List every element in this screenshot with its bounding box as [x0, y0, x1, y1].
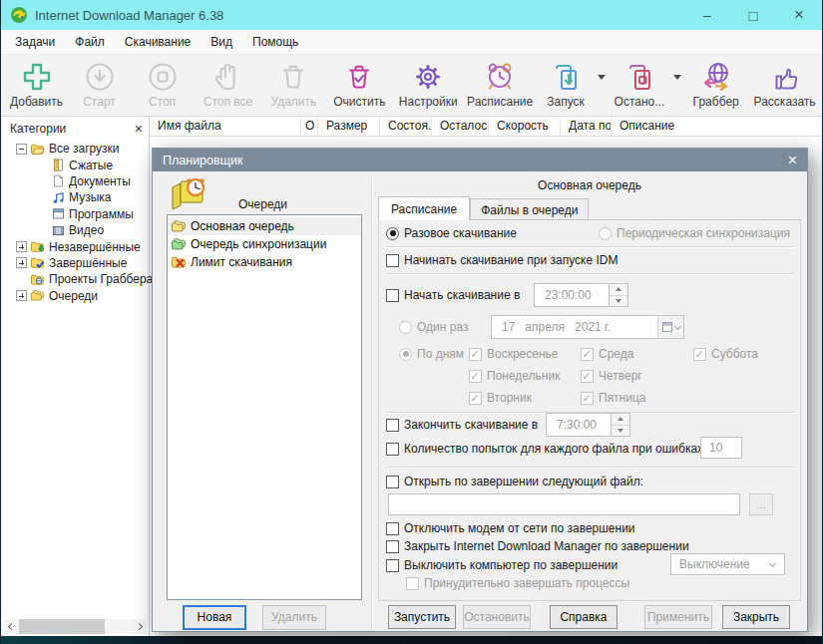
- new-queue-button[interactable]: Новая: [183, 605, 246, 630]
- tab-schedule[interactable]: Расписание: [378, 196, 470, 220]
- queues-listbox[interactable]: Основная очередь Очередь синхронизации Л…: [167, 214, 362, 600]
- column-date-added[interactable]: Дата по...: [561, 117, 612, 136]
- sidebar-horizontal-scrollbar[interactable]: [4, 619, 147, 634]
- sidebar-item-grabber-projects[interactable]: Проекты Граббера: [2, 271, 149, 287]
- radio-disabled: [399, 321, 412, 334]
- checkbox-checked-disabled: [693, 348, 706, 361]
- sidebar-item-compressed[interactable]: Сжатые: [2, 157, 149, 172]
- sidebar-item-music[interactable]: Музыка: [2, 189, 149, 205]
- tell-friends-icon: [766, 59, 804, 95]
- toolbar-options-button[interactable]: Настройки: [394, 59, 463, 109]
- column-status[interactable]: Состоя...: [380, 117, 432, 136]
- sidebar-item-unfinished[interactable]: Незавершённые: [2, 238, 149, 254]
- sidebar-item-documents[interactable]: Документы: [2, 173, 149, 189]
- retries-checkbox[interactable]: Количество попыток для каждого файла при…: [386, 442, 706, 456]
- close-button[interactable]: ×: [776, 0, 822, 30]
- toolbar-stop-queue-button[interactable]: Остано...: [608, 59, 670, 109]
- separator: [386, 273, 794, 275]
- sidebar-item-queues[interactable]: Очереди: [2, 288, 149, 304]
- expand-icon[interactable]: [16, 241, 27, 252]
- exit-idm-checkbox[interactable]: Закрыть Internet Download Manager по зав…: [386, 539, 689, 553]
- idm-logo-icon: [10, 6, 28, 24]
- day-monday-checkbox: Понедельник: [469, 369, 560, 383]
- sidebar-item-finished[interactable]: Завершённые: [2, 255, 149, 271]
- expand-icon[interactable]: [16, 257, 27, 268]
- column-time-left[interactable]: Осталось ...: [432, 117, 489, 136]
- hang-up-modem-checkbox[interactable]: Отключить модем от сети по завершении: [386, 521, 635, 535]
- toolbar-scheduler-button[interactable]: Расписание: [463, 59, 538, 109]
- toolbar-clear-button[interactable]: Очистить: [325, 59, 394, 109]
- delete-icon: [274, 59, 312, 95]
- start-queue-dropdown-icon[interactable]: [595, 59, 609, 95]
- chevron-down-icon: [769, 559, 776, 566]
- checkbox: [386, 254, 399, 267]
- browse-button: ...: [749, 493, 773, 515]
- checkbox-checked-disabled: [581, 370, 594, 383]
- minimize-button[interactable]: –: [684, 0, 730, 30]
- radio-selected: [386, 227, 399, 240]
- tab-files-in-queue[interactable]: Файлы в очереди: [470, 198, 589, 220]
- toolbar-stop-all-button: Стоп все: [194, 59, 262, 109]
- scrollbar-thumb[interactable]: [19, 619, 105, 634]
- turn-off-pc-checkbox[interactable]: Выключить компьютер по завершении: [386, 558, 617, 572]
- start-queue-button[interactable]: Запустить: [388, 605, 456, 629]
- column-file-name[interactable]: Имя файла: [150, 117, 301, 136]
- start-time-spinner: 23:00:00: [534, 283, 628, 307]
- menu-file[interactable]: Файл: [65, 30, 115, 54]
- menu-help[interactable]: Помощь: [242, 30, 308, 54]
- stop-all-icon: [208, 59, 246, 95]
- open-file-field: [388, 493, 740, 515]
- queues-clock-icon: [169, 175, 212, 213]
- site-grabber-icon: [697, 59, 735, 95]
- start-time-field: 23:00:00: [534, 283, 609, 307]
- queue-item-limit[interactable]: Лимит скачивания: [168, 253, 361, 271]
- open-file-checkbox[interactable]: Открыть по завершении следующий файл:: [386, 475, 643, 488]
- radio-disabled: [599, 227, 612, 240]
- toolbar: Добавить Старт Стоп Стоп все: [1, 55, 822, 117]
- toolbar-tell-friends-button[interactable]: Рассказать: [747, 59, 822, 109]
- radio-disabled-selected: [399, 348, 412, 361]
- toolbar-grabber-button[interactable]: Граббер: [684, 59, 747, 109]
- menu-tasks[interactable]: Задачи: [5, 30, 65, 54]
- queue-item-main[interactable]: Основная очередь: [168, 217, 361, 235]
- sidebar-item-programs[interactable]: Программы: [2, 206, 149, 222]
- sidebar-item-video[interactable]: Видео: [2, 222, 149, 238]
- column-description[interactable]: Описание: [612, 117, 821, 136]
- scroll-right-icon[interactable]: [132, 619, 147, 634]
- stop-queue-icon: [620, 59, 658, 95]
- menu-downloads[interactable]: Скачивание: [115, 30, 201, 54]
- stop-queue-button: Остановить: [463, 605, 531, 629]
- music-icon: [52, 191, 65, 204]
- program-icon: [52, 207, 65, 220]
- stop-download-at-checkbox[interactable]: Закончить скачивание в: [386, 418, 538, 432]
- scroll-left-icon[interactable]: [4, 619, 19, 634]
- sidebar-item-all-downloads[interactable]: Все загрузки: [2, 141, 149, 157]
- expand-icon[interactable]: [16, 290, 27, 301]
- checkbox-checked-disabled: [469, 392, 482, 405]
- title-bar: Internet Download Manager 6.38 – □ ×: [1, 0, 822, 30]
- apply-button: Применить: [644, 605, 712, 629]
- toolbar-delete-button: Удалить: [262, 59, 325, 109]
- column-size[interactable]: Размер: [318, 117, 380, 136]
- start-on-idm-launch-checkbox[interactable]: Начинать скачивание при запуске IDM: [386, 253, 617, 267]
- categories-close-icon[interactable]: ×: [135, 122, 143, 136]
- separator: [386, 467, 794, 469]
- column-speed[interactable]: Скорость: [489, 117, 561, 136]
- toolbar-add-button[interactable]: Добавить: [5, 59, 68, 109]
- one-time-download-radio[interactable]: Разовое скачивание: [386, 226, 517, 240]
- group-title: Основная очередь: [378, 178, 801, 192]
- dialog-close-icon[interactable]: ×: [788, 153, 797, 168]
- once-radio: Один раз: [399, 320, 468, 334]
- help-button[interactable]: Справка: [550, 605, 617, 629]
- queue-item-sync[interactable]: Очередь синхронизации: [168, 235, 361, 253]
- maximize-button[interactable]: □: [730, 0, 776, 30]
- stop-queue-dropdown-icon[interactable]: [670, 59, 684, 95]
- start-download-at-checkbox[interactable]: Начать скачивание в: [386, 288, 520, 302]
- checkbox: [386, 476, 399, 488]
- column-q[interactable]: О: [301, 117, 318, 136]
- toolbar-start-queue-button[interactable]: Запуск: [538, 59, 595, 109]
- close-dialog-button[interactable]: Закрыть: [722, 605, 790, 629]
- day-thursday-checkbox: Четверг: [581, 369, 642, 383]
- collapse-icon[interactable]: [16, 144, 27, 155]
- menu-view[interactable]: Вид: [201, 30, 242, 54]
